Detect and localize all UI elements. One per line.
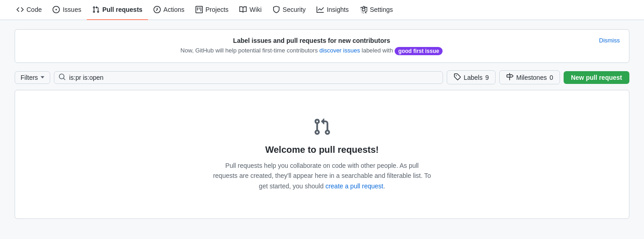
search-wrapper <box>54 71 443 84</box>
milestones-button[interactable]: Milestones 0 <box>499 70 560 84</box>
insights-icon <box>317 6 324 13</box>
nav-item-wiki[interactable]: Wiki <box>234 0 267 20</box>
pull-request-icon <box>24 118 620 137</box>
contributor-banner: Label issues and pull requests for new c… <box>15 29 629 63</box>
code-icon <box>16 6 24 13</box>
nav-label-code: Code <box>26 6 42 13</box>
good-first-issue-badge: good first issue <box>395 47 443 55</box>
empty-state-description: Pull requests help you collaborate on co… <box>212 161 432 191</box>
labels-count: 9 <box>485 74 489 81</box>
nav-item-settings[interactable]: Settings <box>354 0 399 20</box>
nav-label-insights: Insights <box>327 6 348 13</box>
milestones-text: Milestones <box>516 74 547 81</box>
nav-item-actions[interactable]: Actions <box>148 0 190 20</box>
search-input[interactable] <box>54 71 443 84</box>
empty-state-text: Pull requests help you collaborate on co… <box>213 162 431 190</box>
milestone-icon <box>506 73 513 82</box>
banner-content: Label issues and pull requests for new c… <box>24 37 599 55</box>
nav-label-pull-requests: Pull requests <box>102 6 143 13</box>
empty-state-title: Welcome to pull requests! <box>24 145 620 155</box>
nav-item-security[interactable]: Security <box>267 0 311 20</box>
milestones-count: 0 <box>549 74 553 81</box>
nav-item-insights[interactable]: Insights <box>311 0 354 20</box>
nav-label-wiki: Wiki <box>249 6 261 13</box>
discover-issues-link[interactable]: discover issues <box>319 47 360 54</box>
nav-label-actions: Actions <box>164 6 185 13</box>
banner-description: Now, GitHub will help potential first-ti… <box>24 47 599 55</box>
filters-label: Filters <box>21 74 38 81</box>
nav-item-projects[interactable]: Projects <box>190 0 234 20</box>
banner-title: Label issues and pull requests for new c… <box>24 37 599 44</box>
pull-requests-nav-icon <box>92 6 100 13</box>
filters-dropdown-button[interactable]: Filters <box>15 71 50 84</box>
actions-icon <box>153 6 161 13</box>
top-nav: Code Issues Pull requests Actions <box>0 0 644 20</box>
label-icon <box>454 73 461 82</box>
nav-label-security: Security <box>283 6 306 13</box>
nav-item-issues[interactable]: Issues <box>47 0 86 20</box>
empty-state-end: . <box>383 182 385 190</box>
nav-label-issues: Issues <box>63 6 81 13</box>
security-icon <box>273 6 280 13</box>
banner-desc-before: Now, GitHub will help potential first-ti… <box>180 47 319 54</box>
main-content: Label issues and pull requests for new c… <box>0 20 644 239</box>
new-pull-request-button[interactable]: New pull request <box>564 71 629 84</box>
labels-button[interactable]: Labels 9 <box>447 70 496 84</box>
chevron-down-icon <box>41 76 44 78</box>
search-icon <box>58 73 66 82</box>
filter-bar: Filters Labels 9 <box>15 70 629 84</box>
nav-label-settings: Settings <box>370 6 393 13</box>
settings-icon <box>360 6 367 13</box>
nav-label-projects: Projects <box>206 6 229 13</box>
wiki-icon <box>239 6 247 13</box>
projects-icon <box>195 6 203 13</box>
labels-text: Labels <box>464 74 482 81</box>
nav-item-pull-requests[interactable]: Pull requests <box>87 0 148 20</box>
empty-state-box: Welcome to pull requests! Pull requests … <box>15 90 629 219</box>
issues-icon <box>53 6 60 13</box>
banner-desc-middle: labeled with <box>360 47 395 54</box>
nav-item-code[interactable]: Code <box>11 0 47 20</box>
dismiss-button[interactable]: Dismiss <box>599 37 620 44</box>
create-pull-request-link[interactable]: create a pull request <box>325 182 383 190</box>
